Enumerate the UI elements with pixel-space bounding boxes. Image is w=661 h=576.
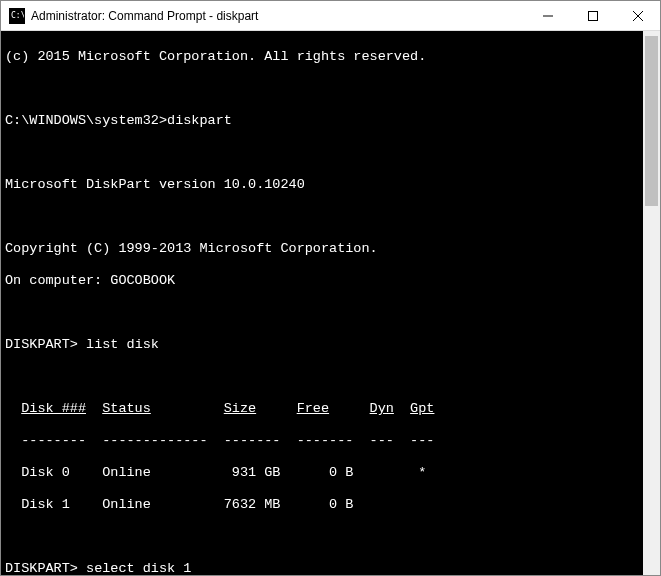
table-row: Disk 1 Online 7632 MB 0 B: [5, 497, 643, 513]
maximize-button[interactable]: [570, 1, 615, 30]
diskpart-prompt: DISKPART>: [5, 337, 78, 352]
titlebar[interactable]: C:\ Administrator: Command Prompt - disk…: [1, 1, 660, 31]
vertical-scrollbar[interactable]: [643, 31, 660, 575]
copyright-text: (c) 2015 Microsoft Corporation. All righ…: [5, 49, 426, 64]
scrollbar-thumb[interactable]: [645, 36, 658, 206]
window-controls: [525, 1, 660, 30]
col-dyn: Dyn: [370, 401, 394, 416]
col-gpt: Gpt: [410, 401, 434, 416]
table-divider: -------- ------------- ------- ------- -…: [5, 433, 643, 449]
table-header-row: Disk ### Status Size Free Dyn Gpt: [5, 401, 643, 417]
terminal-area: (c) 2015 Microsoft Corporation. All righ…: [1, 31, 660, 575]
window-title: Administrator: Command Prompt - diskpart: [31, 9, 525, 23]
diskpart-version: Microsoft DiskPart version 10.0.10240: [5, 177, 305, 192]
cmd-icon: C:\: [9, 8, 25, 24]
col-status: Status: [102, 401, 151, 416]
cmd-list-disk: list disk: [86, 337, 159, 352]
svg-rect-3: [588, 11, 597, 20]
command-prompt-window: C:\ Administrator: Command Prompt - disk…: [0, 0, 661, 576]
cmd-select-disk: select disk 1: [86, 561, 191, 575]
close-button[interactable]: [615, 1, 660, 30]
diskpart-prompt: DISKPART>: [5, 561, 78, 575]
cmd-diskpart: diskpart: [167, 113, 232, 128]
minimize-button[interactable]: [525, 1, 570, 30]
terminal-output[interactable]: (c) 2015 Microsoft Corporation. All righ…: [1, 31, 643, 575]
col-size: Size: [224, 401, 256, 416]
svg-text:C:\: C:\: [11, 11, 24, 20]
table-row: Disk 0 Online 931 GB 0 B *: [5, 465, 643, 481]
col-free: Free: [297, 401, 329, 416]
path-prompt: C:\WINDOWS\system32>: [5, 113, 167, 128]
computer-name: On computer: GOCOBOOK: [5, 273, 175, 288]
diskpart-copyright: Copyright (C) 1999-2013 Microsoft Corpor…: [5, 241, 378, 256]
col-disk: Disk ###: [21, 401, 86, 416]
